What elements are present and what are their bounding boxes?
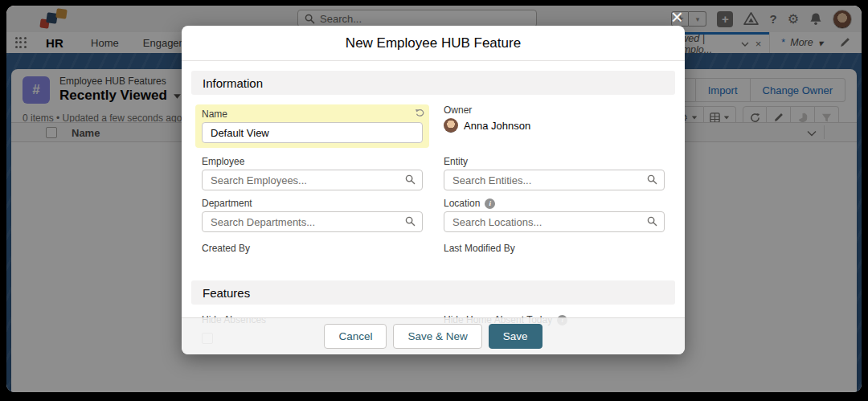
owner-avatar bbox=[444, 118, 458, 133]
modal-footer: Cancel Save & New Save bbox=[182, 317, 685, 354]
employee-label: Employee bbox=[202, 156, 423, 167]
department-label: Department bbox=[202, 198, 423, 209]
entity-label: Entity bbox=[444, 156, 665, 167]
cancel-button[interactable]: Cancel bbox=[324, 324, 387, 349]
name-field-dirty-highlight: Name bbox=[195, 104, 429, 148]
owner-field: Owner Anna Johnson bbox=[444, 104, 665, 133]
save-button[interactable]: Save bbox=[489, 324, 542, 349]
new-record-modal: New Employee HUB Feature Information Nam… bbox=[182, 26, 685, 354]
search-icon bbox=[405, 174, 416, 185]
department-lookup-input[interactable] bbox=[202, 211, 423, 232]
app-window: Search... ★ ▾ + ? ⚙ HR Home Engagement W bbox=[6, 6, 862, 392]
save-and-new-button[interactable]: Save & New bbox=[393, 324, 481, 349]
info-icon[interactable]: i bbox=[485, 198, 495, 209]
modal-close-icon[interactable]: × bbox=[671, 6, 683, 27]
name-label: Name bbox=[202, 108, 423, 120]
search-icon bbox=[405, 216, 416, 227]
section-information[interactable]: Information bbox=[191, 71, 675, 95]
location-lookup-input[interactable] bbox=[444, 211, 665, 232]
undo-icon[interactable] bbox=[415, 108, 424, 117]
location-label: Location i bbox=[444, 198, 665, 209]
last-modified-by-label: Last Modified By bbox=[444, 243, 665, 254]
owner-name: Anna Johnson bbox=[464, 120, 530, 132]
search-icon bbox=[647, 216, 657, 227]
name-input[interactable] bbox=[202, 122, 423, 143]
employee-lookup-input[interactable] bbox=[202, 170, 423, 190]
entity-lookup-input[interactable] bbox=[444, 170, 665, 190]
created-by-label: Created By bbox=[202, 243, 423, 254]
search-icon bbox=[647, 174, 657, 185]
modal-title: New Employee HUB Feature bbox=[346, 35, 521, 51]
owner-label: Owner bbox=[444, 104, 665, 116]
section-features[interactable]: Features bbox=[191, 280, 675, 305]
